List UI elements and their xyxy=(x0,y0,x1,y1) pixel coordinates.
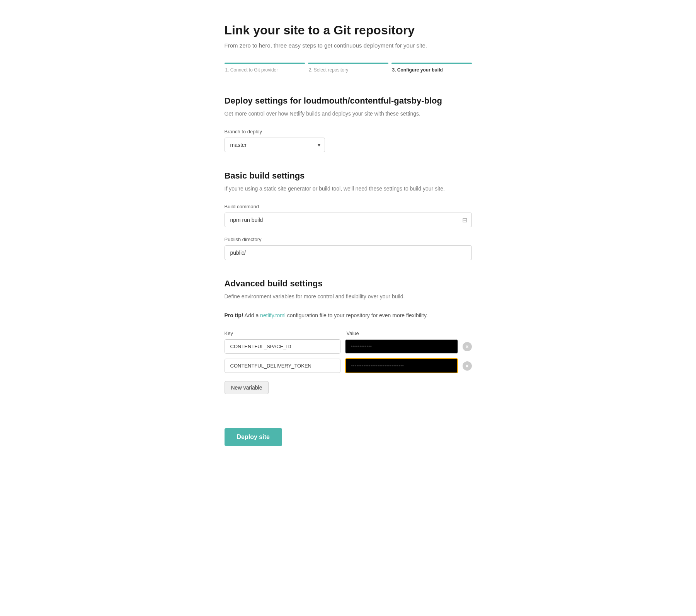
step-1: 1. Connect to Git provider xyxy=(225,63,305,73)
pro-tip-rest: Add a xyxy=(243,312,260,318)
terminal-icon: ⊟ xyxy=(462,216,467,224)
build-command-input-wrapper: ⊟ xyxy=(225,213,472,227)
pro-tip-bold: Pro tip! xyxy=(225,312,243,318)
netlify-toml-link[interactable]: netlify.toml xyxy=(260,312,286,318)
step-1-label: 1. Connect to Git provider xyxy=(225,67,305,73)
build-command-input[interactable] xyxy=(225,213,472,227)
branch-select[interactable]: master main develop xyxy=(225,138,325,152)
value-column-label: Value xyxy=(347,330,472,336)
deploy-site-button[interactable]: Deploy site xyxy=(225,428,282,446)
deploy-settings-subtitle: Get more control over how Netlify builds… xyxy=(225,110,472,118)
build-settings-subtitle: If you're using a static site generator … xyxy=(225,185,472,193)
build-settings-title: Basic build settings xyxy=(225,171,472,181)
env-var-row-1: × xyxy=(225,339,472,354)
step-3-label: 3. Configure your build xyxy=(391,67,472,73)
deploy-settings-title: Deploy settings for loudmouth/contentful… xyxy=(225,96,472,106)
branch-select-wrapper[interactable]: master main develop ▾ xyxy=(225,138,325,152)
step-2: 2. Select repository xyxy=(308,63,388,73)
advanced-settings-subtitle: Define environment variables for more co… xyxy=(225,293,472,301)
step-2-bar xyxy=(308,63,388,64)
key-column-label: Key xyxy=(225,330,340,336)
steps-container: 1. Connect to Git provider 2. Select rep… xyxy=(225,63,472,73)
publish-directory-label: Publish directory xyxy=(225,237,472,242)
page-title: Link your site to a Git repository xyxy=(225,23,472,37)
env-value-input-2[interactable] xyxy=(345,358,458,373)
step-3: 3. Configure your build xyxy=(391,63,472,73)
build-command-label: Build command xyxy=(225,204,472,209)
branch-field-group: Branch to deploy master main develop ▾ xyxy=(225,129,472,152)
env-key-input-1[interactable] xyxy=(225,339,340,354)
env-remove-button-2[interactable]: × xyxy=(463,361,472,371)
step-2-label: 2. Select repository xyxy=(308,67,388,73)
page-subtitle: From zero to hero, three easy steps to g… xyxy=(225,42,472,49)
publish-directory-input[interactable] xyxy=(225,245,472,260)
pro-tip-text: Pro tip! Add a netlify.toml configuratio… xyxy=(225,311,472,320)
new-variable-button[interactable]: New variable xyxy=(225,381,269,394)
close-icon-1: × xyxy=(465,344,468,350)
pro-tip-end: configuration file to your repository fo… xyxy=(286,312,428,318)
build-settings-section: Basic build settings If you're using a s… xyxy=(225,171,472,260)
advanced-settings-section: Advanced build settings Define environme… xyxy=(225,279,472,413)
env-vars-header: Key Value xyxy=(225,330,472,336)
step-3-bar xyxy=(391,63,472,64)
deploy-settings-section: Deploy settings for loudmouth/contentful… xyxy=(225,96,472,152)
step-1-bar xyxy=(225,63,305,64)
env-key-input-2[interactable] xyxy=(225,359,340,373)
publish-directory-field-group: Publish directory xyxy=(225,237,472,260)
build-command-field-group: Build command ⊟ xyxy=(225,204,472,227)
env-remove-button-1[interactable]: × xyxy=(463,342,472,351)
branch-label: Branch to deploy xyxy=(225,129,472,134)
advanced-settings-title: Advanced build settings xyxy=(225,279,472,289)
env-var-row-2: × xyxy=(225,358,472,373)
close-icon-2: × xyxy=(465,363,468,369)
env-value-input-1[interactable] xyxy=(345,339,458,354)
page-container: Link your site to a Git repository From … xyxy=(209,23,487,446)
